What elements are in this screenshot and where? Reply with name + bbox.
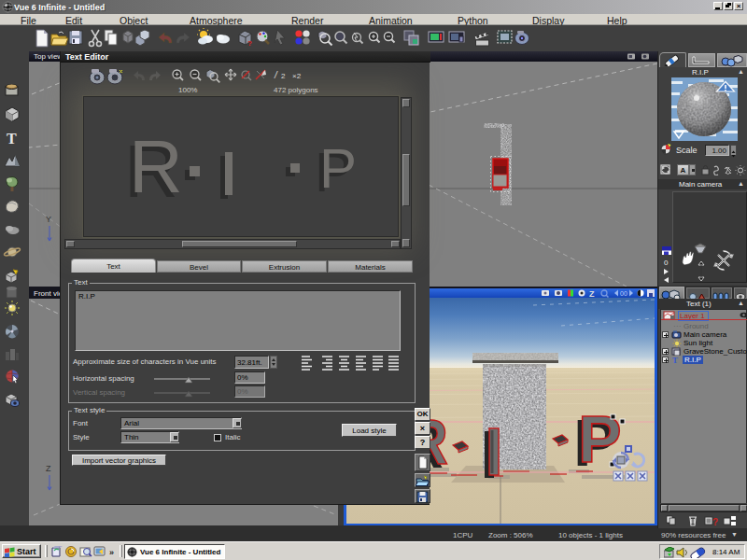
svg-text:P: P <box>319 137 357 200</box>
svg-text:?: ? <box>712 517 718 526</box>
svg-text:×2: ×2 <box>292 72 302 80</box>
svg-text:00: 00 <box>620 290 627 297</box>
svg-text:100%: 100% <box>178 86 197 94</box>
svg-text:0: 0 <box>664 259 669 267</box>
svg-text:R: R <box>129 125 183 208</box>
svg-text:Z: Z <box>589 289 595 299</box>
svg-text:/: / <box>274 70 278 80</box>
svg-text:Y: Y <box>46 215 51 224</box>
svg-text:T: T <box>7 131 17 147</box>
svg-text:»: » <box>109 548 114 557</box>
svg-text:T: T <box>672 356 678 364</box>
svg-text:472 polygons: 472 polygons <box>274 86 318 94</box>
svg-text:?: ? <box>247 39 252 48</box>
svg-text:2: 2 <box>281 72 286 80</box>
svg-text:Z: Z <box>46 464 51 473</box>
